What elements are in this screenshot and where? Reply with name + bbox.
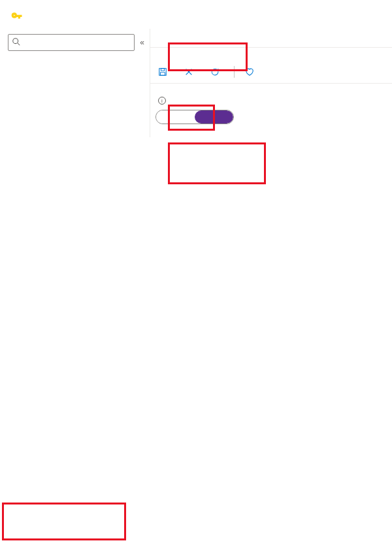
svg-line-1 (18, 43, 20, 46)
refresh-icon (210, 67, 220, 76)
refresh-button[interactable] (205, 65, 229, 79)
description-text (150, 48, 392, 61)
discard-button[interactable] (179, 65, 203, 79)
feedback-button[interactable] (240, 65, 263, 79)
key-icon (10, 10, 24, 24)
discard-icon (184, 67, 193, 76)
content-pane: i (150, 29, 392, 137)
search-icon (12, 37, 21, 46)
toggle-off[interactable] (156, 110, 195, 124)
save-button[interactable] (153, 65, 176, 79)
sidebar: « (0, 29, 150, 137)
heart-icon (245, 67, 254, 76)
page-header (0, 0, 392, 29)
status-toggle[interactable] (155, 110, 234, 124)
highlight-box (2, 503, 126, 540)
search-input[interactable] (8, 34, 135, 51)
tabs (150, 29, 392, 48)
highlight-box (168, 142, 266, 184)
status-section: i (150, 84, 392, 137)
save-icon (158, 67, 167, 76)
status-label: i (155, 97, 387, 105)
toolbar-divider (234, 66, 235, 78)
toolbar (150, 61, 392, 84)
svg-rect-4 (161, 73, 165, 75)
svg-point-0 (13, 39, 18, 44)
toggle-on[interactable] (195, 110, 233, 124)
svg-rect-3 (161, 69, 164, 71)
collapse-sidebar-button[interactable]: « (140, 38, 144, 47)
info-icon[interactable]: i (158, 97, 166, 105)
